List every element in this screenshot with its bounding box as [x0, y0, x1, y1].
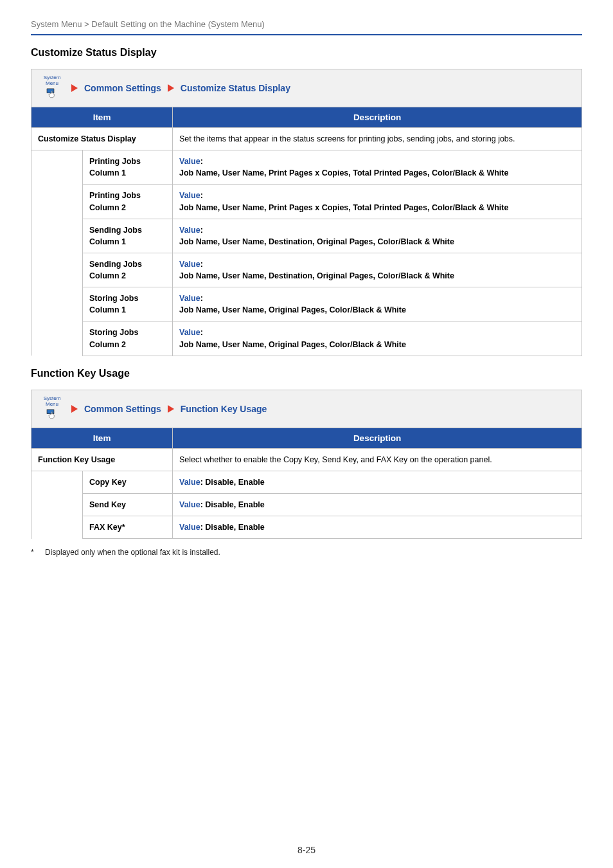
touch-hand-icon: [46, 87, 58, 99]
table-row: Storing Jobs Column 2 Value: Job Name, U…: [31, 321, 582, 356]
chevron-right-icon: [168, 84, 174, 92]
crumb-common-settings: Common Settings: [84, 83, 161, 93]
subitem-label: Send Key: [89, 500, 126, 509]
main-item-label: Function Key Usage: [38, 455, 115, 464]
navigation-path-box: System Menu Common Settings Customize St…: [31, 69, 582, 107]
page-number: 8-25: [0, 845, 613, 855]
subitem-desc: Value: Disable, Enable: [173, 471, 582, 493]
touch-hand-icon: [46, 408, 58, 420]
subitem-desc: Value: Job Name, User Name, Original Pag…: [173, 287, 582, 321]
main-item-label: Customize Status Display: [38, 134, 136, 143]
table-header-row: Item Description: [31, 107, 582, 128]
footnote: *Displayed only when the optional fax ki…: [31, 548, 582, 557]
crumb-function-key: Function Key Usage: [181, 404, 267, 414]
th-description: Description: [173, 107, 582, 128]
svg-rect-3: [48, 410, 54, 413]
subitem-desc: Value: Job Name, User Name, Destination,…: [173, 219, 582, 253]
customize-status-table: Item Description Customize Status Displa…: [31, 107, 582, 356]
crumb-common-settings: Common Settings: [84, 404, 161, 414]
table-row: Copy Key Value: Disable, Enable: [31, 471, 582, 493]
navigation-path-box: System Menu Common Settings Function Key…: [31, 390, 582, 428]
table-row: Storing Jobs Column 1 Value: Job Name, U…: [31, 287, 582, 321]
table-row: Printing Jobs Column 1 Value: Job Name, …: [31, 150, 582, 185]
chevron-right-icon: [168, 405, 174, 413]
section-heading-function-key: Function Key Usage: [31, 368, 582, 379]
th-description: Description: [173, 428, 582, 448]
table-row: Sending Jobs Column 1 Value: Job Name, U…: [31, 219, 582, 253]
subitem-desc: Value: Disable, Enable: [173, 516, 582, 539]
section-heading-customize: Customize Status Display: [31, 47, 582, 59]
subitem-desc: Value: Job Name, User Name, Destination,…: [173, 253, 582, 287]
subitem-desc: Value: Job Name, User Name, Print Pages …: [173, 185, 582, 219]
main-desc: Select whether to enable the Copy Key, S…: [173, 448, 582, 471]
subitem-label: Sending Jobs Column 1: [89, 226, 142, 246]
chevron-right-icon: [71, 405, 78, 413]
table-row: FAX Key* Value: Disable, Enable: [31, 516, 582, 539]
system-menu-icon: System Menu: [39, 75, 65, 102]
subitem-label: FAX Key*: [89, 523, 125, 532]
subitem-desc: Value: Job Name, User Name, Original Pag…: [173, 321, 582, 356]
table-header-row: Item Description: [31, 428, 582, 448]
crumb-customize-status: Customize Status Display: [181, 83, 290, 93]
subitem-label: Sending Jobs Column 2: [89, 260, 142, 280]
system-menu-icon: System Menu: [39, 395, 65, 422]
svg-rect-1: [48, 89, 54, 93]
table-main-row: Customize Status Display Set the items t…: [31, 128, 582, 150]
subitem-label: Copy Key: [89, 478, 127, 487]
chevron-right-icon: [71, 84, 78, 92]
subitem-label: Storing Jobs Column 1: [89, 294, 138, 314]
subitem-label: Printing Jobs Column 1: [89, 157, 141, 177]
subitem-desc: Value: Disable, Enable: [173, 493, 582, 516]
table-row: Send Key Value: Disable, Enable: [31, 493, 582, 516]
main-desc: Set the items that appear in the status …: [173, 128, 582, 150]
th-item: Item: [31, 428, 173, 448]
subitem-desc: Value: Job Name, User Name, Print Pages …: [173, 150, 582, 185]
page-breadcrumb: System Menu > Default Setting on the Mac…: [31, 19, 582, 35]
th-item: Item: [31, 107, 173, 128]
function-key-table: Item Description Function Key Usage Sele…: [31, 428, 582, 539]
table-row: Printing Jobs Column 2 Value: Job Name, …: [31, 185, 582, 219]
subitem-label: Printing Jobs Column 2: [89, 191, 141, 212]
table-row: Sending Jobs Column 2 Value: Job Name, U…: [31, 253, 582, 287]
table-main-row: Function Key Usage Select whether to ena…: [31, 448, 582, 471]
subitem-label: Storing Jobs Column 2: [89, 328, 138, 348]
